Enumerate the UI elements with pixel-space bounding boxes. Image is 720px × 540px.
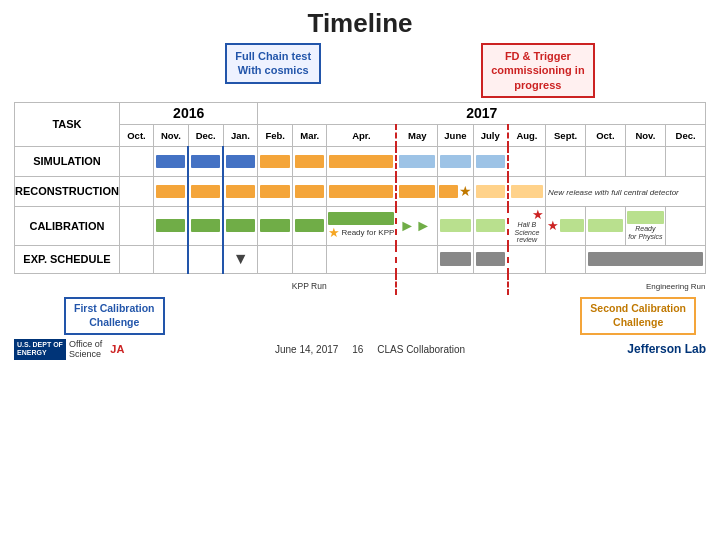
- recon-jun17: ★: [438, 176, 474, 206]
- exp-sep17: [546, 245, 586, 273]
- sim-mar17: [293, 146, 327, 176]
- sim-may17: [396, 146, 437, 176]
- jefferson-lab-logo: Jefferson Lab: [627, 342, 706, 356]
- sim-aug17: [508, 146, 546, 176]
- cal-jun17: [438, 206, 474, 245]
- exp-jul17: [473, 245, 508, 273]
- footer-logos: U.S. DEPT OFENERGY Office ofScience JA: [14, 339, 234, 360]
- exp-feb17: [258, 245, 293, 273]
- recon-may17: [396, 176, 437, 206]
- sim-feb17: [258, 146, 293, 176]
- month-nov16: Nov.: [154, 124, 189, 146]
- exp-mar17: [293, 245, 327, 273]
- exp-oct17-dec17: [586, 245, 706, 273]
- cal-sep17: ★: [546, 206, 586, 245]
- calibration-label: CALIBRATION: [15, 206, 120, 245]
- cal-aug17: ★ Hall B Science review: [508, 206, 546, 245]
- sim-sep17: [546, 146, 586, 176]
- cal-nov17: Readyfor Physics: [625, 206, 666, 245]
- cal-oct17: [586, 206, 625, 245]
- fd-trigger-callout: FD & Triggercommissioning inprogress: [481, 43, 595, 98]
- footer-page: 16: [352, 344, 363, 355]
- task-header: TASK: [15, 102, 120, 146]
- sim-nov16: [154, 146, 189, 176]
- sim-nov17: [625, 146, 666, 176]
- cal-jan17: [223, 206, 258, 245]
- first-calibration-callout: First CalibrationChallenge: [64, 297, 165, 334]
- exp-jun17: [438, 245, 474, 273]
- sim-jan17: [223, 146, 258, 176]
- month-may17: May: [396, 124, 437, 146]
- recon-new-release: New release with full central detector: [546, 176, 706, 206]
- exp-may17: [396, 245, 437, 273]
- cal-oct16: [119, 206, 153, 245]
- simulation-label: SIMULATION: [15, 146, 120, 176]
- month-dec16: Dec.: [188, 124, 223, 146]
- month-jul17: July: [473, 124, 508, 146]
- recon-apr17: [327, 176, 396, 206]
- exp-schedule-label: EXP. SCHEDULE: [15, 245, 120, 273]
- exp-apr17: [327, 245, 396, 273]
- second-calibration-callout: Second CalibrationChallenge: [580, 297, 696, 334]
- exp-aug17: [508, 245, 546, 273]
- recon-oct16: [119, 176, 153, 206]
- recon-jul17: [473, 176, 508, 206]
- month-sep17: Sept.: [546, 124, 586, 146]
- cal-dec17: [666, 206, 706, 245]
- sim-dec17: [666, 146, 706, 176]
- engineering-run-label: Engineering Run: [646, 282, 706, 291]
- cal-mar17: [293, 206, 327, 245]
- sim-apr17: [327, 146, 396, 176]
- recon-jan17: [223, 176, 258, 206]
- exp-nov16: [154, 245, 189, 273]
- reconstruction-label: RECONSTRUCTION: [15, 176, 120, 206]
- exp-jan17: ▼: [223, 245, 258, 273]
- recon-feb17: [258, 176, 293, 206]
- sim-jun17: [438, 146, 474, 176]
- sim-dec16: [188, 146, 223, 176]
- cal-dec16: [188, 206, 223, 245]
- cal-feb17: [258, 206, 293, 245]
- footer-collaboration: CLAS Collaboration: [377, 344, 465, 355]
- exp-oct16: [119, 245, 153, 273]
- full-chain-callout: Full Chain testWith cosmics: [225, 43, 321, 84]
- month-jan17: Jan.: [223, 124, 258, 146]
- exp-dec16: [188, 245, 223, 273]
- month-jun17: June: [438, 124, 474, 146]
- cal-jul17: [473, 206, 508, 245]
- footer-date: June 14, 2017: [275, 344, 338, 355]
- sim-oct16: [119, 146, 153, 176]
- cal-may17: ►►: [396, 206, 437, 245]
- recon-mar17: [293, 176, 327, 206]
- month-apr17: Apr.: [327, 124, 396, 146]
- sim-oct17: [586, 146, 625, 176]
- recon-nov16: [154, 176, 189, 206]
- year-2017-header: 2017: [258, 102, 706, 124]
- recon-dec16: [188, 176, 223, 206]
- month-oct16: Oct.: [119, 124, 153, 146]
- month-oct17: Oct.: [586, 124, 625, 146]
- sim-jul17: [473, 146, 508, 176]
- recon-aug17: [508, 176, 546, 206]
- month-dec17: Dec.: [666, 124, 706, 146]
- page-title: Timeline: [0, 0, 720, 43]
- year-2016-header: 2016: [119, 102, 258, 124]
- month-mar17: Mar.: [293, 124, 327, 146]
- cal-nov16: [154, 206, 189, 245]
- month-nov17: Nov.: [625, 124, 666, 146]
- month-feb17: Feb.: [258, 124, 293, 146]
- cal-apr17: ★ Ready for KPP: [327, 206, 396, 245]
- month-aug17: Aug.: [508, 124, 546, 146]
- kpp-run-label: KPP Run: [292, 281, 327, 291]
